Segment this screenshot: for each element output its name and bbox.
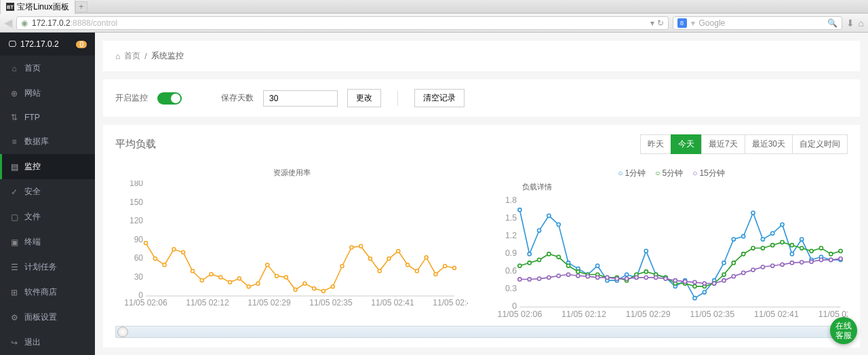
sidebar-item-3[interactable]: ≡数据库 [0, 129, 95, 154]
online-support-button[interactable]: 在线 客服 [830, 317, 857, 344]
svg-point-63 [528, 253, 531, 256]
browser-tab-bar: BT 宝塔Linux面板 + [0, 0, 868, 14]
svg-point-36 [350, 246, 353, 249]
svg-point-131 [528, 278, 531, 281]
sidebar-item-label: 安全 [24, 186, 41, 198]
keep-days-label: 保存天数 [221, 92, 254, 104]
controls-panel: 开启监控 保存天数 更改 清空记录 [103, 79, 860, 117]
svg-point-136 [576, 274, 580, 278]
svg-point-28 [275, 274, 279, 278]
search-icon[interactable]: 🔍 [827, 18, 837, 28]
keep-days-input[interactable] [263, 90, 338, 107]
breadcrumb-home[interactable]: 首页 [124, 50, 140, 62]
slider-handle-left[interactable] [117, 326, 128, 337]
svg-text:60: 60 [134, 253, 144, 263]
sidebar-icon: ⊞ [9, 288, 19, 297]
svg-point-19 [191, 269, 194, 273]
svg-point-25 [247, 285, 250, 288]
url-input[interactable]: ◉ 172.17.0.2 :8888/control ▾ ↻ [16, 16, 669, 30]
time-range-slider[interactable] [115, 326, 848, 338]
sidebar-icon: ⚙ [9, 313, 19, 322]
svg-point-31 [303, 282, 307, 285]
sidebar-icon: ▣ [9, 238, 19, 247]
sidebar-item-1[interactable]: ⊕网站 [0, 81, 95, 106]
svg-point-139 [606, 276, 609, 279]
svg-text:150: 150 [130, 198, 143, 207]
svg-point-124 [790, 244, 793, 247]
svg-point-80 [693, 297, 696, 300]
browser-search-input[interactable]: 8 ▾ Google 🔍 [673, 16, 842, 30]
sidebar-item-10[interactable]: ⚙面板设置 [0, 305, 95, 330]
sidebar-item-7[interactable]: ▣终端 [0, 229, 95, 255]
svg-text:0.9: 0.9 [505, 248, 517, 258]
monitor-icon: 🖵 [8, 39, 16, 49]
reload-icon[interactable]: ▾ ↻ [650, 18, 663, 28]
download-icon[interactable]: ⬇ [846, 18, 854, 29]
svg-text:11/05 02:12: 11/05 02:12 [186, 298, 229, 307]
content: ⌂ 首页 / 系统监控 开启监控 保存天数 更改 清空记录 平均负载 昨天今天最… [95, 33, 868, 355]
sidebar-item-8[interactable]: ☰计划任务 [0, 255, 95, 280]
sidebar-item-5[interactable]: ✓安全 [0, 179, 95, 204]
sidebar-item-9[interactable]: ⊞软件商店 [0, 280, 95, 305]
clear-log-button[interactable]: 清空记录 [414, 89, 465, 107]
sidebar-icon: ≡ [9, 137, 19, 147]
svg-point-153 [742, 271, 745, 274]
time-tab[interactable]: 最近7天 [701, 134, 745, 154]
svg-text:90: 90 [134, 235, 144, 244]
svg-point-88 [771, 231, 774, 235]
time-tab[interactable]: 自定义时间 [792, 134, 848, 154]
google-icon: 8 [677, 18, 687, 28]
svg-point-132 [537, 277, 540, 280]
sidebar-icon: ☰ [9, 263, 19, 272]
sidebar-item-11[interactable]: ↪退出 [0, 330, 95, 355]
sidebar-item-0[interactable]: ⌂首页 [0, 56, 95, 81]
browser-url-bar: ◀ ◉ 172.17.0.2 :8888/control ▾ ↻ 8 ▾ Goo… [0, 14, 868, 33]
svg-point-99 [547, 253, 551, 256]
svg-point-134 [557, 274, 560, 278]
nav-back-icon[interactable]: ◀ [4, 16, 12, 29]
sidebar-server-ip: 172.17.0.2 [20, 39, 59, 49]
browser-tab[interactable]: BT 宝塔Linux面板 [0, 0, 75, 14]
favicon-icon: BT [6, 3, 14, 11]
sidebar-server[interactable]: 🖵 172.17.0.2 0 [0, 33, 95, 56]
sidebar-item-2[interactable]: ⇅FTP [0, 106, 95, 129]
sidebar-item-6[interactable]: ▢文件 [0, 204, 95, 229]
svg-point-114 [693, 284, 696, 288]
time-tab[interactable]: 今天 [671, 134, 702, 154]
svg-point-87 [761, 238, 764, 241]
time-tab[interactable]: 最近30天 [745, 134, 793, 154]
svg-point-140 [615, 277, 618, 280]
svg-text:0.3: 0.3 [505, 284, 517, 293]
svg-point-39 [378, 269, 381, 273]
svg-point-29 [284, 276, 288, 279]
svg-point-70 [596, 264, 599, 267]
svg-point-64 [537, 229, 540, 232]
new-tab-button[interactable]: + [75, 1, 87, 12]
svg-point-18 [182, 250, 185, 254]
svg-point-146 [673, 279, 677, 282]
svg-point-122 [771, 244, 774, 247]
globe-icon: ◉ [21, 18, 28, 28]
svg-point-149 [703, 282, 706, 285]
svg-text:11/05 02:29: 11/05 02:29 [248, 298, 291, 307]
svg-point-43 [415, 269, 418, 273]
svg-text:11/05 02:29: 11/05 02:29 [626, 310, 671, 319]
svg-text:30: 30 [134, 272, 144, 282]
svg-point-123 [781, 240, 784, 244]
enable-monitor-label: 开启监控 [115, 92, 148, 104]
sidebar-item-4[interactable]: ▤监控 [0, 154, 95, 179]
enable-monitor-toggle[interactable] [157, 92, 182, 105]
sidebar-badge: 0 [76, 41, 87, 48]
browser-tab-title: 宝塔Linux面板 [17, 1, 69, 13]
svg-point-129 [839, 249, 842, 253]
svg-point-35 [340, 265, 344, 268]
svg-point-33 [321, 289, 325, 293]
url-rest: :8888/control [71, 18, 117, 28]
time-tab[interactable]: 昨天 [640, 134, 671, 154]
change-button[interactable]: 更改 [347, 89, 381, 107]
sidebar-item-label: 首页 [24, 62, 41, 74]
svg-text:11/05 02:35: 11/05 02:35 [309, 298, 353, 307]
svg-point-158 [790, 261, 793, 265]
svg-point-38 [368, 257, 372, 261]
home-icon[interactable]: ⌂ [859, 18, 864, 29]
